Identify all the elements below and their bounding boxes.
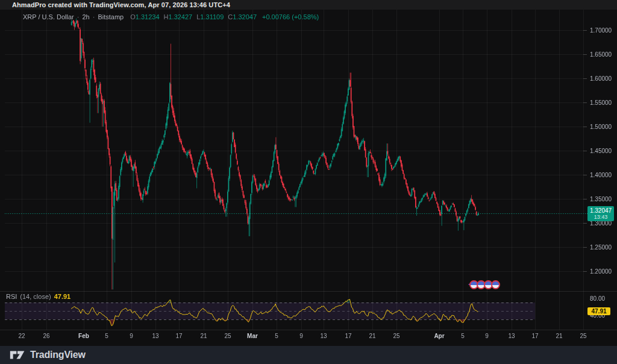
current-price-value: 1.32047 [587, 207, 614, 215]
sticker-group[interactable] [468, 278, 500, 290]
time-axis-label: 5 [461, 333, 465, 339]
rsi-legend: RSI (14, close) 47.91 [6, 293, 70, 300]
sticker-icon[interactable] [491, 280, 500, 289]
price-axis-label: 1.65000 [590, 51, 612, 58]
time-axis-label: 17 [175, 333, 182, 339]
price-axis-label: 1.60000 [590, 75, 612, 82]
time-axis-label: 26 [43, 333, 49, 339]
price-axis-label: 1.20000 [590, 268, 612, 274]
time-axis-label: Feb [78, 333, 89, 339]
change-value: +0.00766 (+0.58%) [262, 13, 319, 20]
time-axis-label: 13 [152, 333, 158, 339]
exchange-label[interactable]: Bitstamp [98, 13, 124, 20]
time-axis-label: 25 [580, 333, 586, 339]
rsi-current-value: 47.91 [591, 308, 606, 315]
time-axis-label: 17 [345, 333, 351, 339]
open-label: O [130, 13, 136, 20]
high-value: 1.32427 [168, 13, 192, 20]
legend-separator: · [77, 13, 80, 20]
rsi-axis-label: 80.00 [590, 295, 605, 302]
time-axis-label: Mar [247, 333, 258, 339]
time-axis-label: 25 [224, 333, 231, 339]
time-axis-label: 17 [531, 333, 538, 339]
time-axis-label: Apr [434, 333, 444, 339]
time-axis-label: 13 [320, 333, 327, 339]
time-axis-label: 13 [508, 333, 515, 339]
chart-canvas[interactable] [0, 0, 617, 364]
symbol-title[interactable]: XRP / U.S. Dollar [23, 13, 74, 20]
time-axis-label: 25 [393, 333, 399, 339]
price-axis-label: 1.35000 [590, 195, 612, 202]
rsi-inline-value: 47.91 [54, 293, 71, 300]
low-value: 1.31109 [200, 13, 224, 20]
watermark-text: AhmadPro created with TradingView.com, A… [12, 1, 230, 8]
rsi-params: (14, close) [20, 293, 51, 300]
symbol-legend: XRP / U.S. Dollar · 2h · Bitstamp O1.312… [23, 13, 319, 21]
current-price-label: 1.32047 13:43 [587, 206, 614, 222]
time-axis-label: 9 [299, 333, 303, 339]
tradingview-wordmark[interactable]: TradingView [30, 350, 86, 360]
open-value: 1.31234 [136, 13, 160, 20]
time-axis-label: 5 [275, 333, 278, 339]
price-axis-label: 1.40000 [590, 172, 612, 178]
time-axis-label: 9 [485, 333, 489, 339]
legend-separator: · [93, 13, 95, 20]
price-axis-label: 1.50000 [590, 124, 612, 130]
ohlc-readout: O1.31234 H1.32427 L1.31109 C1.32047 +0.0… [130, 13, 319, 20]
rsi-name[interactable]: RSI [6, 293, 17, 300]
close-value: 1.32047 [233, 13, 257, 20]
bar-countdown: 13:43 [587, 214, 614, 220]
price-axis-label: 1.25000 [590, 243, 612, 250]
tradingview-logo-icon[interactable] [10, 349, 25, 361]
interval-label[interactable]: 2h [82, 13, 89, 20]
watermark-bar: AhmadPro created with TradingView.com, A… [0, 0, 617, 10]
price-axis-label: 1.45000 [590, 148, 612, 154]
tradingview-chart-window: AhmadPro created with TradingView.com, A… [0, 0, 617, 364]
rsi-value-label: 47.91 [587, 307, 610, 315]
time-axis-label: 21 [200, 333, 207, 339]
footer-bar: TradingView [0, 346, 617, 364]
time-axis-label: 9 [130, 333, 133, 339]
time-axis-label: 21 [369, 333, 375, 339]
price-axis-label: 1.70000 [590, 27, 612, 34]
time-axis-label: 21 [556, 333, 562, 339]
time-axis-label: 22 [18, 333, 25, 339]
time-axis-label: 5 [105, 333, 108, 339]
price-axis-label: 1.55000 [590, 99, 612, 106]
